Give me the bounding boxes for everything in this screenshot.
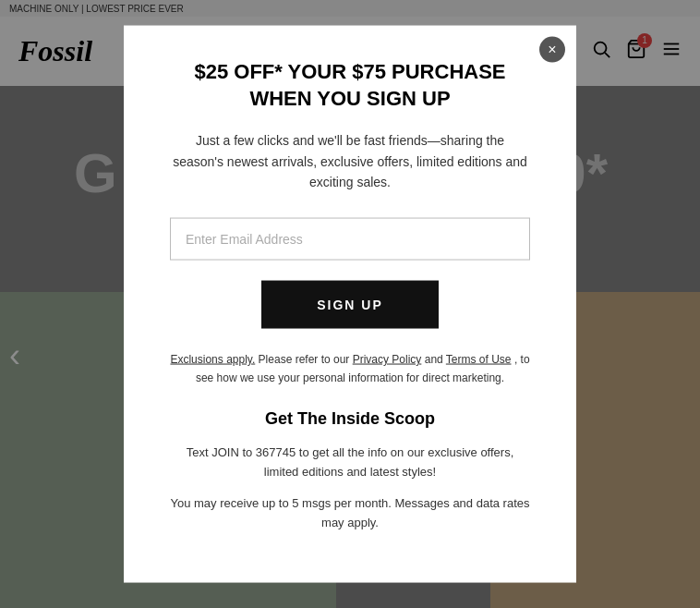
modal-subtext: Just a few clicks and we'll be fast frie… bbox=[170, 130, 530, 192]
inside-scoop-title: Get The Inside Scoop bbox=[170, 408, 530, 428]
email-signup-modal: × $25 OFF* YOUR $75 PURCHASE WHEN YOU SI… bbox=[124, 26, 576, 583]
exclusions-link[interactable]: Exclusions apply. bbox=[170, 353, 255, 366]
legal-part3: and bbox=[425, 353, 446, 366]
modal-headline-line2: WHEN YOU SIGN UP bbox=[249, 86, 450, 109]
terms-of-use-link[interactable]: Terms of Use bbox=[446, 353, 512, 366]
inside-scoop-text1: Text JOIN to 367745 to get all the info … bbox=[170, 443, 530, 481]
modal-headline-line1: $25 OFF* YOUR $75 PURCHASE bbox=[194, 60, 505, 83]
email-input[interactable] bbox=[170, 218, 530, 261]
signup-button[interactable]: SIGN UP bbox=[261, 281, 439, 329]
modal-close-button[interactable]: × bbox=[539, 37, 565, 63]
legal-text: Exclusions apply. Please refer to our Pr… bbox=[170, 351, 530, 386]
modal-headline: $25 OFF* YOUR $75 PURCHASE WHEN YOU SIGN… bbox=[170, 59, 530, 112]
privacy-policy-link[interactable]: Privacy Policy bbox=[353, 353, 422, 366]
legal-part2: Please refer to our bbox=[259, 353, 353, 366]
inside-scoop-text2: You may receive up to 5 msgs per month. … bbox=[170, 494, 530, 533]
